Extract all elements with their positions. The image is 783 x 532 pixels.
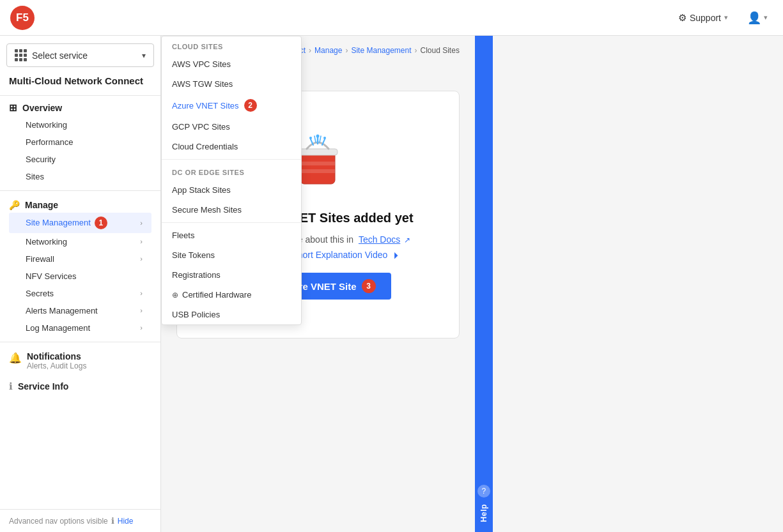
sidebar-item-firewall[interactable]: Firewall › [9,250,151,268]
help-label: Help [479,504,488,522]
log-chevron-icon: › [140,324,143,331]
dropdown-menu: Cloud Sites AWS VPC Sites AWS TGW Sites … [161,36,302,325]
footer-hide-link[interactable]: Hide [118,517,134,526]
sidebar-item-networking-manage[interactable]: Networking › [9,233,151,250]
sidebar-item-nfv-services[interactable]: NFV Services [9,268,151,285]
dropdown-item-site-tokens[interactable]: Site Tokens [162,245,301,265]
breadcrumb-cloud-sites: Cloud Sites [421,46,460,55]
notifications-subtitle: Alerts, Audit Logs [27,361,86,370]
support-chevron-icon: ▾ [724,13,728,22]
step-badge-3: 3 [362,279,376,293]
play-icon: ⏵ [392,250,401,260]
footer-text: Advanced nav options visible [9,517,108,526]
networking-chevron-icon: › [140,238,143,245]
select-service-label: Select service [32,50,137,61]
support-settings-icon: ⚙ [678,12,686,24]
svg-line-6 [320,136,321,142]
user-circle-icon: 👤 [747,11,761,25]
dropdown-item-fleets[interactable]: Fleets [162,225,301,245]
dropdown-item-gcp-vpc-sites[interactable]: GCP VPC Sites [162,117,301,137]
sidebar-item-sites[interactable]: Sites [9,168,151,185]
sidebar-footer: Advanced nav options visible ℹ Hide [0,509,160,532]
dropdown-item-aws-tgw-sites[interactable]: AWS TGW Sites [162,74,301,94]
help-sidebar: ? Help [475,36,493,532]
app-title: Multi-Cloud Network Connect [0,72,160,95]
sidebar-service-info[interactable]: ℹ Service Info [0,377,160,396]
sidebar-item-performance[interactable]: Performance [9,133,151,151]
sidebar-notifications[interactable]: 🔔 Notifications Alerts, Audit Logs [0,345,160,377]
support-label: Support [690,13,721,23]
svg-rect-0 [300,152,335,184]
sidebar-item-site-management[interactable]: Site Management 1 › [9,213,151,233]
secrets-chevron-icon: › [140,289,143,297]
external-link-icon: ↗ [404,236,410,245]
sidebar-section-overview[interactable]: ⊞ Overview [9,102,151,114]
dropdown-item-app-stack-sites[interactable]: App Stack Sites [162,180,301,200]
sidebar-item-security[interactable]: Security [9,151,151,168]
svg-rect-11 [300,169,335,173]
svg-point-7 [316,135,320,138]
dropdown-item-aws-vpc-sites[interactable]: AWS VPC Sites [162,54,301,74]
select-service-chevron-icon: ▾ [142,51,146,60]
key-icon: 🔑 [9,200,20,210]
svg-rect-10 [300,162,335,165]
cloud-sites-section-label: Cloud Sites [162,36,301,54]
overview-label: Overview [22,103,62,113]
alerts-chevron-icon: › [140,307,143,314]
sidebar-section-manage[interactable]: 🔑 Manage [9,200,151,210]
svg-rect-1 [298,149,337,155]
sidebar: Select service ▾ Multi-Cloud Network Con… [0,36,161,532]
breadcrumb-sep-3: › [345,46,348,55]
sidebar-item-alerts-management[interactable]: Alerts Management › [9,302,151,319]
sidebar-item-networking[interactable]: Networking [9,116,151,133]
step-badge-2: 2 [244,99,257,112]
support-button[interactable]: ⚙ Support ▾ [672,8,734,27]
svg-point-8 [309,137,312,139]
footer-info-icon: ℹ [111,516,114,526]
help-question-icon[interactable]: ? [477,485,490,498]
user-chevron-icon: ▾ [764,13,768,22]
grid-icon [15,49,27,61]
sidebar-item-secrets[interactable]: Secrets › [9,285,151,302]
short-explanation-video-link[interactable]: Short Explanation Video [291,250,387,260]
dropdown-item-registrations[interactable]: Registrations [162,265,301,285]
svg-point-9 [323,137,326,139]
dropdown-item-secure-mesh-sites[interactable]: Secure Mesh Sites [162,200,301,220]
firewall-chevron-icon: › [140,255,143,262]
breadcrumb-sep-2: › [309,46,311,55]
main-content: Home › Multi-Cloud Network Connect › Man… [161,36,493,532]
dropdown-item-usb-policies[interactable]: USB Policies [162,305,301,324]
sidebar-item-log-management[interactable]: Log Management › [9,319,151,337]
select-service-dropdown[interactable]: Select service ▾ [6,43,154,67]
service-info-title: Service Info [18,381,68,391]
breadcrumb-site-management[interactable]: Site Management [351,46,411,55]
svg-line-5 [314,136,316,142]
breadcrumb-sep-4: › [415,46,417,55]
bell-icon: 🔔 [9,352,22,364]
manage-label: Manage [25,200,58,210]
dropdown-item-cloud-credentials[interactable]: Cloud Credentials [162,137,301,156]
dc-edge-section-label: DC or Edge Sites [162,162,301,180]
user-menu-button[interactable]: 👤 ▾ [742,7,773,29]
f5-logo[interactable]: F5 [10,6,35,30]
info-circle-icon: ℹ [9,381,13,392]
dropdown-item-azure-vnet-sites[interactable]: Azure VNET Sites 2 [162,94,301,117]
site-management-chevron-icon: › [140,219,143,227]
step-badge-1: 1 [95,217,107,229]
tech-docs-link[interactable]: Tech Docs [359,234,400,245]
notifications-title: Notifications [27,351,86,361]
dropdown-item-certified-hardware[interactable]: ⊕ Certified Hardware [162,285,301,305]
certified-hardware-icon: ⊕ [172,291,178,300]
overview-grid-icon: ⊞ [9,102,17,114]
breadcrumb-manage[interactable]: Manage [314,46,342,55]
